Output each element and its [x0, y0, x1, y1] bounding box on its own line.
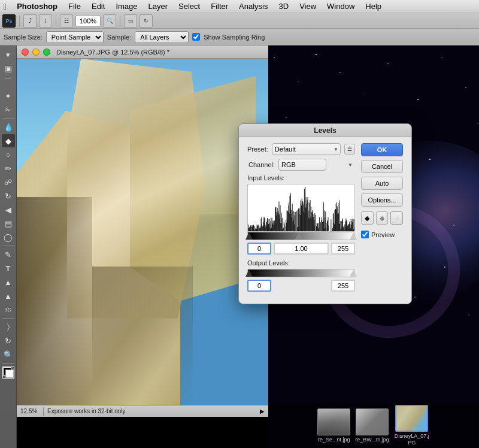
motion-icon[interactable]: ⁞ [39, 14, 52, 28]
output-white-handle[interactable] [350, 270, 357, 277]
input-white-handle[interactable] [350, 232, 357, 240]
show-sampling-ring-checkbox[interactable] [192, 33, 200, 41]
menu-photoshop[interactable]: Photoshop [13, 1, 62, 11]
toolbar1: Ps ⤴ ⁞ ☷ 100% 🔍 ▭ ↻ [0, 13, 479, 29]
sample-size-select[interactable]: Point Sample [46, 31, 104, 43]
tool-crop[interactable]: ✁ [2, 103, 15, 116]
ok-button[interactable]: OK [361, 143, 403, 156]
background-color[interactable] [5, 370, 14, 378]
output-black-value[interactable]: 0 [247, 280, 271, 292]
svg-point-25 [444, 267, 445, 268]
apple-menu[interactable]:  [4, 2, 7, 11]
levels-right-panel: OK Cancel Auto Options... ◆ ◆ ◆ Preview [361, 143, 403, 296]
thumbnail-item[interactable]: re_BW...m.jpg [355, 408, 389, 443]
tool-brush[interactable]: ✏ [2, 162, 15, 175]
toolbar-separator [19, 16, 20, 26]
tool-spot-heal[interactable]: ○ [2, 148, 15, 161]
svg-point-9 [441, 57, 442, 57]
output-values-row: 0 255 [247, 280, 355, 292]
output-levels-label: Output Levels: [247, 259, 355, 267]
tool-clone[interactable]: ☍ [2, 175, 15, 189]
tool-magic-wand[interactable]: ✦ [2, 89, 15, 102]
tool-eyedropper2[interactable]: 💧 [2, 120, 15, 134]
eyedropper-buttons: ◆ ◆ ◆ [361, 211, 403, 225]
zoom-input[interactable]: 100% [75, 15, 101, 27]
channel-dropdown-arrow: ▼ [348, 162, 353, 168]
tool-separator [2, 318, 14, 319]
tool-rotate-view[interactable]: ↻ [2, 334, 15, 347]
tool-history[interactable]: ↻ [2, 189, 15, 202]
tool-dodge[interactable]: ◯ [2, 231, 15, 244]
sample-select[interactable]: All Layers [135, 31, 189, 43]
minimize-button[interactable] [32, 49, 40, 56]
tool-3d[interactable]: 3D [2, 303, 15, 316]
tool-gradient[interactable]: ▤ [2, 217, 15, 230]
grid-icon[interactable]: ☷ [60, 14, 73, 28]
status-arrow-icon[interactable]: ▶ [260, 408, 265, 414]
toolbar-separator [56, 16, 56, 26]
tool-arrow-icon[interactable]: ⤴ [23, 14, 37, 28]
tool-path[interactable]: ▲ [2, 276, 15, 289]
sample-highlight-button[interactable]: ◆ [390, 211, 403, 225]
menu-filter[interactable]: Filter [207, 1, 232, 11]
output-levels-slider[interactable] [247, 269, 355, 277]
output-white-value[interactable]: 255 [331, 280, 355, 292]
menu-3d[interactable]: 3D [275, 1, 293, 11]
preset-menu-button[interactable]: ☰ [344, 144, 355, 155]
sample-label: Sample: [107, 34, 131, 41]
tool-lasso[interactable]: ⌒ [2, 75, 15, 89]
menu-help[interactable]: Help [361, 1, 386, 11]
menu-layer[interactable]: Layer [144, 1, 172, 11]
input-mid-value[interactable]: 1.00 [274, 243, 329, 255]
channel-select[interactable]: RGB [278, 159, 326, 171]
tool-type[interactable]: T [2, 262, 15, 275]
thumbnail-image [356, 408, 389, 435]
frame-icon[interactable]: ▭ [124, 14, 137, 28]
menu-view[interactable]: View [295, 1, 320, 11]
thumbnail-item-active[interactable]: DisneyLA_07.j PG [394, 405, 430, 446]
rotate-icon[interactable]: ↻ [140, 14, 153, 28]
sample-midtone-button[interactable]: ◆ [376, 211, 389, 225]
canvas-body[interactable] [17, 59, 268, 405]
tool-separator [2, 363, 14, 364]
tool-zoom[interactable]: 🔍 [2, 348, 15, 361]
preview-checkbox[interactable] [361, 231, 369, 238]
input-mid-handle[interactable] [295, 232, 302, 240]
toolbar-separator [120, 16, 120, 26]
svg-point-17 [453, 225, 454, 226]
menu-analysis[interactable]: Analysis [235, 1, 272, 11]
menu-select[interactable]: Select [174, 1, 204, 11]
preset-select[interactable]: Default [272, 143, 341, 155]
svg-point-3 [298, 81, 298, 81]
canvas-title: DisneyLA_07.JPG @ 12.5% (RGB/8) * [56, 49, 169, 56]
input-black-handle[interactable] [245, 232, 253, 240]
tool-eraser[interactable]: ◀ [2, 203, 15, 216]
thumbnail-item[interactable]: re_Se...nt.jpg [317, 408, 350, 443]
cancel-button[interactable]: Cancel [361, 160, 403, 173]
svg-point-26 [468, 314, 469, 315]
menu-edit[interactable]: Edit [87, 1, 109, 11]
tool-marquee[interactable]: ▣ [2, 62, 15, 75]
zoom-button[interactable] [43, 49, 50, 56]
tool-eyedropper3[interactable]: ◆ [2, 134, 15, 147]
menu-window[interactable]: Window [323, 1, 359, 11]
output-black-handle[interactable] [245, 270, 253, 277]
menu-file[interactable]: File [64, 1, 85, 11]
tool-eyedropper[interactable]: ▾ [2, 48, 15, 61]
zoom-icon[interactable]: 🔍 [103, 14, 116, 28]
levels-titlebar: Levels [239, 124, 411, 137]
tool-hand[interactable]: 〉 [2, 320, 15, 334]
color-swatch[interactable] [2, 367, 14, 379]
sample-shadow-button[interactable]: ◆ [361, 211, 374, 225]
tool-pen[interactable]: ✎ [2, 248, 15, 261]
menu-image[interactable]: Image [111, 1, 141, 11]
auto-button[interactable]: Auto [361, 177, 403, 190]
options-button[interactable]: Options... [361, 193, 403, 207]
input-white-value[interactable]: 255 [331, 243, 355, 255]
levels-body: Preset: Default ▼ ☰ Channel: [239, 137, 411, 304]
close-button[interactable] [22, 49, 29, 56]
input-black-value[interactable]: 0 [247, 243, 271, 255]
tool-shape[interactable]: ▲ [2, 289, 15, 302]
input-levels-slider[interactable] [247, 232, 355, 240]
levels-left-panel: Preset: Default ▼ ☰ Channel: [247, 143, 355, 296]
